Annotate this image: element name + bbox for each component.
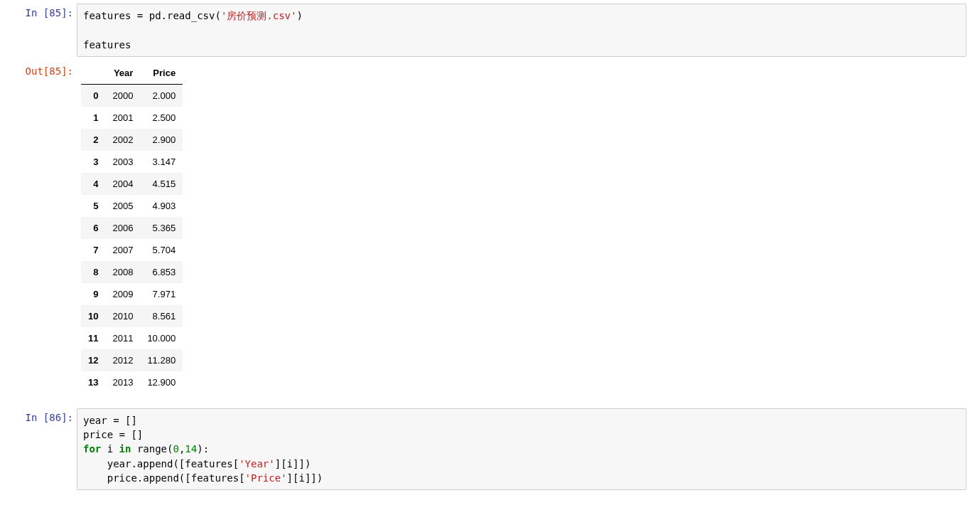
row-index-cell: 6 xyxy=(81,217,105,239)
code-text: year.append([features[ xyxy=(83,458,239,469)
code-text: ): xyxy=(197,443,209,455)
table-row: 13201312.900 xyxy=(81,371,183,393)
row-price-cell: 2.900 xyxy=(140,129,183,151)
table-row: 420044.515 xyxy=(81,173,183,195)
code-keyword-in: in xyxy=(119,443,131,455)
code-text: year xyxy=(83,415,113,426)
row-year-cell: 2011 xyxy=(105,327,140,349)
code-operator: = xyxy=(113,415,119,426)
row-index-cell: 5 xyxy=(81,195,105,217)
code-text: pd.read_csv( xyxy=(143,10,221,21)
row-year-cell: 2000 xyxy=(105,84,140,107)
dataframe-table: Year Price 020002.000120012.500220022.90… xyxy=(81,62,183,393)
dataframe-header-price: Price xyxy=(140,62,183,85)
row-index-cell: 3 xyxy=(81,151,105,173)
row-index-cell: 11 xyxy=(81,327,105,349)
code-text: ][i]]) xyxy=(287,472,323,484)
row-index-cell: 0 xyxy=(81,84,105,107)
row-price-cell: 11.280 xyxy=(140,349,183,371)
row-price-cell: 5.365 xyxy=(140,217,183,239)
output-cell-85: Out[85]: Year Price 020002.000120012.500… xyxy=(0,58,980,395)
code-text: price.append([features[ xyxy=(83,472,245,484)
row-year-cell: 2010 xyxy=(105,305,140,327)
table-row: 220022.900 xyxy=(81,129,183,151)
table-row: 720075.704 xyxy=(81,239,183,261)
code-text: [] xyxy=(125,429,143,440)
dataframe-header-index xyxy=(81,62,105,85)
code-text: [] xyxy=(119,415,137,426)
row-index-cell: 4 xyxy=(81,173,105,195)
output-prompt-85: Out[85]: xyxy=(0,62,77,80)
row-price-cell: 5.704 xyxy=(140,239,183,261)
table-row: 1020108.561 xyxy=(81,305,183,327)
row-price-cell: 6.853 xyxy=(140,261,183,283)
code-text: ) xyxy=(296,10,302,21)
row-price-cell: 3.147 xyxy=(140,151,183,173)
row-index-cell: 7 xyxy=(81,239,105,261)
row-index-cell: 10 xyxy=(81,305,105,327)
row-price-cell: 8.561 xyxy=(140,305,183,327)
table-row: 820086.853 xyxy=(81,261,183,283)
table-row: 920097.971 xyxy=(81,283,183,305)
code-text: features xyxy=(83,10,137,21)
row-price-cell: 4.903 xyxy=(140,195,183,217)
input-prompt-85: In [85]: xyxy=(0,4,77,22)
row-price-cell: 2.500 xyxy=(140,107,183,129)
code-text: price xyxy=(83,429,119,440)
table-row: 11201110.000 xyxy=(81,327,183,349)
row-index-cell: 13 xyxy=(81,371,105,393)
code-text: features xyxy=(83,39,131,51)
row-price-cell: 12.900 xyxy=(140,371,183,393)
input-cell-85: In [85]: features = pd.read_csv('房价预测.cs… xyxy=(0,0,980,58)
row-year-cell: 2009 xyxy=(105,283,140,305)
code-string: 'Price' xyxy=(245,472,287,484)
row-year-cell: 2003 xyxy=(105,151,140,173)
row-index-cell: 2 xyxy=(81,129,105,151)
row-price-cell: 2.000 xyxy=(140,84,183,107)
table-row: 320033.147 xyxy=(81,151,183,173)
row-year-cell: 2007 xyxy=(105,239,140,261)
code-text: range( xyxy=(131,443,173,455)
row-year-cell: 2005 xyxy=(105,195,140,217)
row-year-cell: 2002 xyxy=(105,129,140,151)
table-row: 020002.000 xyxy=(81,84,183,107)
code-number: 0 xyxy=(173,443,178,455)
table-row: 12201211.280 xyxy=(81,349,183,371)
code-operator: = xyxy=(119,429,125,440)
input-cell-86: In [86]: year = [] price = [] for i in r… xyxy=(0,405,980,492)
row-index-cell: 9 xyxy=(81,283,105,305)
row-price-cell: 4.515 xyxy=(140,173,183,195)
code-block-85[interactable]: features = pd.read_csv('房价预测.csv') featu… xyxy=(77,4,966,57)
table-row: 620065.365 xyxy=(81,217,183,239)
row-year-cell: 2012 xyxy=(105,349,140,371)
code-text: ][i]]) xyxy=(275,458,311,469)
row-price-cell: 10.000 xyxy=(140,327,183,349)
row-year-cell: 2001 xyxy=(105,107,140,129)
row-year-cell: 2004 xyxy=(105,173,140,195)
output-area-85: Year Price 020002.000120012.500220022.90… xyxy=(77,62,976,393)
row-index-cell: 1 xyxy=(81,107,105,129)
code-block-86[interactable]: year = [] price = [] for i in range(0,14… xyxy=(77,408,966,490)
code-text: i xyxy=(101,443,119,455)
dataframe-header-row: Year Price xyxy=(81,62,183,85)
row-year-cell: 2013 xyxy=(105,371,140,393)
code-string: 'Year' xyxy=(239,458,275,469)
input-prompt-86: In [86]: xyxy=(0,408,77,427)
code-string: '房价预测.csv' xyxy=(221,10,297,21)
row-index-cell: 8 xyxy=(81,261,105,283)
row-year-cell: 2008 xyxy=(105,261,140,283)
code-number: 14 xyxy=(185,443,197,455)
table-row: 520054.903 xyxy=(81,195,183,217)
row-year-cell: 2006 xyxy=(105,217,140,239)
dataframe-header-year: Year xyxy=(105,62,140,85)
table-row: 120012.500 xyxy=(81,107,183,129)
row-price-cell: 7.971 xyxy=(140,283,183,305)
code-keyword-for: for xyxy=(83,443,101,455)
row-index-cell: 12 xyxy=(81,349,105,371)
